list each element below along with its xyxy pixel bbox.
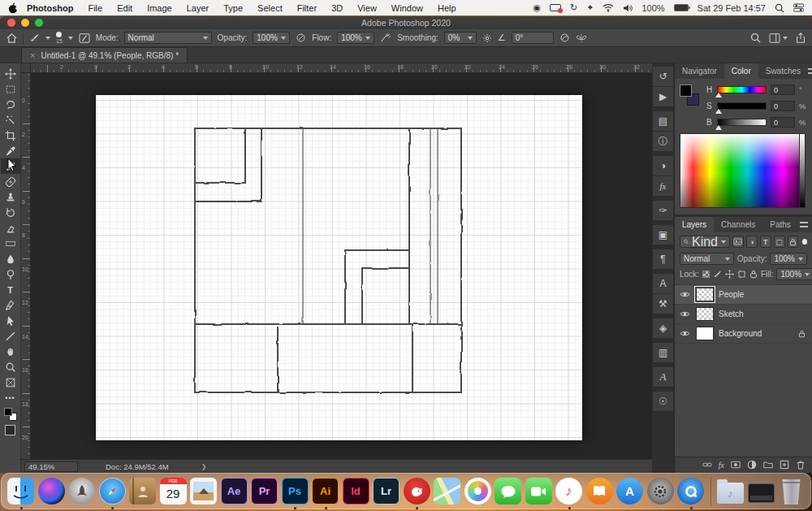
- tab-channels[interactable]: Channels: [714, 217, 762, 232]
- tool-zoom[interactable]: [1, 359, 20, 375]
- dock-app-store[interactable]: A: [616, 478, 643, 505]
- close-document-icon[interactable]: ×: [30, 50, 35, 60]
- zoom-level-field[interactable]: 49.15%: [24, 461, 78, 472]
- paint-symmetry-icon[interactable]: [576, 33, 587, 43]
- dock-lightroom[interactable]: Lr: [373, 478, 400, 505]
- saturation-slider[interactable]: [717, 102, 767, 110]
- dock-contacts[interactable]: [129, 478, 156, 505]
- tool-lasso[interactable]: [1, 97, 20, 112]
- status-chevron-icon[interactable]: ❯: [201, 463, 207, 470]
- layer-style-fx-icon[interactable]: fx: [719, 461, 724, 470]
- color-panel-swatches[interactable]: [680, 84, 701, 109]
- filter-pixel-layers-icon[interactable]: [732, 236, 744, 248]
- control-center-icon[interactable]: [793, 3, 804, 12]
- window-titlebar[interactable]: Adobe Photoshop 2020: [0, 16, 812, 29]
- brightness-slider[interactable]: [717, 119, 767, 126]
- display-mirroring-icon[interactable]: [550, 4, 561, 11]
- dock-facetime[interactable]: [525, 478, 552, 505]
- dock-system-preferences[interactable]: [647, 478, 674, 505]
- dock-premiere[interactable]: Pr: [251, 478, 278, 505]
- lock-all-icon[interactable]: [749, 270, 758, 279]
- glyphs-panel-icon[interactable]: A: [653, 367, 673, 387]
- tools-panel-icon[interactable]: ⚒: [653, 294, 673, 314]
- tool-type[interactable]: T: [1, 282, 20, 297]
- clone-source-panel-icon[interactable]: ▣: [653, 225, 673, 245]
- styles-panel-icon[interactable]: fx: [653, 176, 673, 196]
- tool-crop[interactable]: [1, 128, 20, 143]
- dock-minimized-window[interactable]: [748, 478, 775, 505]
- history-panel-icon[interactable]: ↺: [653, 67, 673, 86]
- hue-slider[interactable]: [717, 86, 767, 93]
- menu-3d[interactable]: 3D: [324, 3, 350, 13]
- blend-mode-select[interactable]: Normal: [680, 253, 734, 265]
- delete-layer-trash-icon[interactable]: [796, 458, 806, 473]
- new-adjustment-layer-icon[interactable]: [747, 458, 757, 473]
- dock-trash[interactable]: [778, 478, 805, 505]
- tool-presets-panel-icon[interactable]: ▤: [653, 111, 673, 131]
- foreground-color-swatch[interactable]: [4, 408, 12, 416]
- tab-swatches[interactable]: Swatches: [758, 63, 808, 79]
- dock-books[interactable]: [586, 478, 613, 505]
- layer-thumbn ail[interactable]: [696, 327, 714, 340]
- canvas-area[interactable]: 20 24 68 1012 1416 1820 2224 2628 3032 0…: [21, 63, 652, 473]
- add-layer-mask-icon[interactable]: [731, 458, 741, 473]
- tool-gradient[interactable]: [1, 236, 20, 251]
- dock-photos[interactable]: [464, 478, 491, 505]
- brightness-value-field[interactable]: 0: [771, 117, 795, 128]
- smoothing-options-gear-icon[interactable]: [482, 33, 492, 43]
- foreground-background-swatches[interactable]: [4, 408, 17, 421]
- dock-calendar[interactable]: FEB 29: [160, 478, 187, 505]
- layers-opacity-select[interactable]: 100%: [770, 253, 807, 265]
- tool-eyedropper[interactable]: [1, 143, 20, 158]
- color-spectrum-picker[interactable]: [680, 133, 806, 208]
- dock-music[interactable]: ♪: [555, 478, 582, 505]
- search-icon[interactable]: [750, 32, 761, 43]
- grayscale-ramp[interactable]: [799, 134, 805, 207]
- layer-row-sketch[interactable]: Sketch: [675, 305, 812, 324]
- workspace-switcher-icon[interactable]: [769, 33, 788, 43]
- tab-paths[interactable]: Paths: [762, 217, 798, 232]
- tool-frame[interactable]: [1, 375, 20, 390]
- ruler-vertical[interactable]: 02 46 810 1214 1618 20: [21, 73, 31, 473]
- document-canvas[interactable]: [96, 95, 582, 440]
- lock-transparent-pixels-icon[interactable]: [702, 271, 710, 278]
- pressure-size-icon[interactable]: [559, 32, 570, 43]
- brush-preset-caret-icon[interactable]: [45, 37, 50, 40]
- menu-select[interactable]: Select: [250, 3, 290, 13]
- filter-adjustment-layers-icon[interactable]: ◑: [746, 236, 758, 248]
- tab-layers[interactable]: Layers: [675, 217, 714, 232]
- layers-panel-menu-icon[interactable]: [800, 222, 808, 227]
- saturation-value-field[interactable]: 0: [771, 101, 795, 111]
- spotlight-search-icon[interactable]: [775, 3, 784, 13]
- info-panel-icon[interactable]: ⓘ: [653, 132, 673, 151]
- layer-name[interactable]: Background: [719, 329, 762, 338]
- character-panel-icon[interactable]: A: [653, 274, 673, 293]
- opacity-select[interactable]: 100%: [253, 32, 290, 44]
- tool-hand[interactable]: [1, 344, 20, 359]
- dock-safari[interactable]: [99, 478, 126, 505]
- toggle-brush-settings-icon[interactable]: [79, 33, 90, 43]
- battery-icon[interactable]: [674, 4, 689, 11]
- new-group-folder-icon[interactable]: [763, 458, 773, 473]
- mode-select[interactable]: Normal: [124, 32, 212, 44]
- wifi-icon[interactable]: [603, 3, 614, 12]
- screen-record-icon[interactable]: ◉: [533, 2, 541, 13]
- tab-color[interactable]: Color: [724, 63, 758, 79]
- keyboard-icon[interactable]: ✦: [586, 2, 594, 13]
- airbrush-icon[interactable]: [380, 32, 391, 43]
- visibility-eye-icon[interactable]: [678, 310, 691, 318]
- tool-clone-stamp[interactable]: [1, 189, 20, 205]
- menu-help[interactable]: Help: [430, 3, 464, 13]
- menu-file[interactable]: File: [80, 3, 110, 13]
- hue-value-field[interactable]: 0: [771, 84, 795, 95]
- brush-angle-field[interactable]: 0°: [512, 32, 554, 44]
- layer-name[interactable]: Sketch: [719, 310, 744, 318]
- share-icon[interactable]: [796, 32, 806, 43]
- flow-select[interactable]: 100%: [337, 32, 374, 44]
- tool-history-brush[interactable]: [1, 205, 20, 220]
- dock-downloads-folder[interactable]: ♪: [717, 478, 744, 505]
- tool-rectangular-marquee[interactable]: [1, 81, 20, 97]
- menu-window[interactable]: Window: [384, 3, 430, 13]
- ruler-horizontal[interactable]: 20 24 68 1012 1416 1820 2224 2628 3032: [31, 63, 652, 73]
- lock-image-pixels-icon[interactable]: [713, 270, 722, 279]
